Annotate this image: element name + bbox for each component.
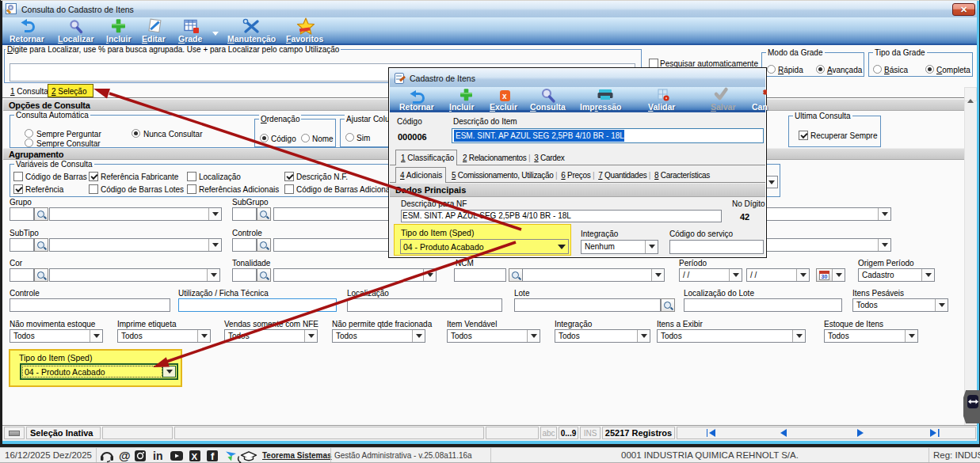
svg-text:f: f: [211, 450, 215, 462]
svg-text:X: X: [192, 452, 198, 461]
svg-text:in: in: [153, 450, 162, 462]
svg-text:x: x: [502, 92, 507, 101]
svg-text:@: @: [119, 449, 131, 462]
